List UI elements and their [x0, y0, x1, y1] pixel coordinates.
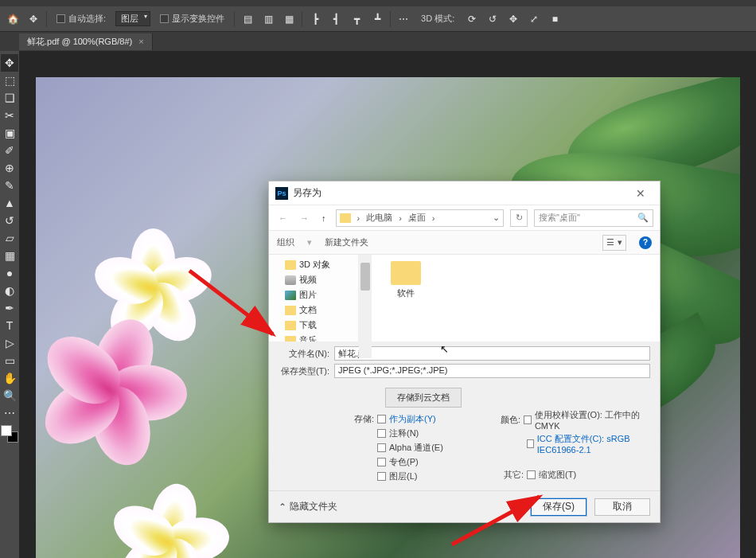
3d-icon[interactable]: ✥	[505, 11, 521, 27]
hand-tool[interactable]: ✋	[1, 369, 18, 387]
file-item[interactable]: 软件	[391, 261, 421, 299]
row-icc: ICC 配置文件(C): sRGB IEC61966-2.1	[527, 433, 650, 455]
filename-input[interactable]: 鲜花.jpg	[334, 346, 650, 361]
dialog-nav: ← → ↑ › 此电脑 › 桌面 › ⌄ ↻ 搜索"桌面" 🔍	[269, 205, 660, 231]
mode-3d-text: 3D 模式:	[421, 13, 454, 25]
brush-tool[interactable]: ✎	[1, 177, 18, 194]
3d-icon[interactable]: ■	[547, 11, 563, 27]
breadcrumb-sep: ›	[357, 213, 360, 223]
help-icon[interactable]: ?	[639, 236, 652, 249]
pen-tool[interactable]: ✒	[1, 299, 18, 317]
separator	[46, 11, 47, 27]
checkbox-icon[interactable]	[524, 416, 532, 424]
icc-checkbox-label[interactable]: ICC 配置文件(C): sRGB IEC61966-2.1	[537, 433, 650, 455]
doc-tab-title: 鲜花.pdf @ 100%(RGB/8#)	[27, 36, 132, 48]
thumbnail-checkbox-label: 缩览图(T)	[539, 469, 576, 481]
nav-forward[interactable]: →	[297, 212, 312, 224]
type-tool[interactable]: T	[1, 317, 18, 334]
blur-tool[interactable]: ●	[1, 264, 18, 282]
zoom-tool[interactable]: 🔍	[1, 387, 18, 404]
checkbox-icon[interactable]	[527, 470, 536, 479]
fg-color-swatch[interactable]	[1, 425, 12, 436]
path-dropdown-icon[interactable]: ⌄	[493, 213, 500, 223]
filename-label: 文件名(N):	[279, 348, 329, 360]
filetype-select[interactable]: JPEG (*.JPG;*.JPEG;*.JPE)	[334, 364, 650, 378]
dialog-toolbar: 组织 ▾ 新建文件夹 ☰ ▾ ?	[269, 231, 660, 255]
move-icon[interactable]: ✥	[25, 11, 41, 27]
auto-select-label: 自动选择:	[68, 13, 106, 25]
document-tab-bar: 鲜花.pdf @ 100%(RGB/8#) ×	[0, 32, 756, 51]
nav-path[interactable]: › 此电脑 › 桌面 › ⌄	[336, 209, 505, 227]
show-transform-checkbox[interactable]: 显示变换控件	[155, 11, 229, 26]
row-alpha: Alpha 通道(E)	[377, 442, 484, 454]
close-icon[interactable]: ×	[138, 37, 143, 46]
svg-line-0	[189, 271, 273, 334]
checkbox-icon[interactable]	[377, 415, 386, 423]
stamp-tool[interactable]: ▲	[1, 194, 18, 212]
distribute-icon[interactable]: ┣	[307, 11, 323, 27]
healing-tool[interactable]: ⊕	[1, 159, 18, 177]
options-left-col: 存储到云文档 存储: 作为副本(Y) 注释(N) Alpha 通道(E) 专色(…	[350, 388, 484, 482]
search-placeholder: 搜索"桌面"	[539, 212, 580, 224]
breadcrumb-part[interactable]: 桌面	[408, 212, 426, 224]
align-icon[interactable]: ▤	[240, 11, 255, 27]
ps-icon: Ps	[275, 187, 288, 200]
path-select-tool[interactable]: ▷	[1, 334, 18, 352]
copy-checkbox-label[interactable]: 作为副本(Y)	[389, 413, 436, 425]
checkbox-icon[interactable]	[377, 443, 386, 452]
eyedropper-tool[interactable]: ✐	[1, 142, 18, 159]
3d-icon[interactable]: ⤢	[526, 11, 542, 27]
cancel-button[interactable]: 取消	[594, 498, 650, 516]
checkbox-icon[interactable]	[377, 458, 386, 466]
breadcrumb-part[interactable]: 此电脑	[366, 212, 392, 224]
folder-icon	[391, 261, 421, 285]
3d-icon[interactable]: ↺	[485, 11, 501, 27]
chevron-icon: ⌃	[279, 501, 286, 513]
edit-toolbar[interactable]: ⋯	[1, 404, 18, 422]
auto-select-checkbox[interactable]: 自动选择:	[52, 11, 111, 26]
search-icon: 🔍	[637, 213, 649, 223]
close-button[interactable]: ✕	[625, 183, 657, 204]
crop-tool[interactable]: ▣	[1, 124, 18, 142]
organize-button[interactable]: 组织	[277, 236, 294, 248]
align-icon[interactable]: ▦	[281, 11, 297, 27]
nav-up[interactable]: ↑	[318, 212, 329, 224]
more-icon[interactable]: ⋯	[396, 11, 411, 27]
eraser-tool[interactable]: ▱	[1, 229, 18, 247]
spot-checkbox-label: 专色(P)	[389, 456, 419, 468]
tree-label: 3D 对象	[299, 259, 330, 271]
file-area[interactable]: 软件 ↖	[358, 255, 660, 341]
color-swatches[interactable]	[1, 425, 18, 443]
save-label: 存储:	[350, 413, 374, 425]
home-icon[interactable]: 🏠	[5, 11, 21, 27]
document-tab[interactable]: 鲜花.pdf @ 100%(RGB/8#) ×	[19, 33, 153, 50]
layer-dropdown[interactable]: 图层	[115, 11, 150, 26]
row-notes: 注释(N)	[377, 427, 484, 439]
align-icon[interactable]: ▥	[260, 11, 276, 27]
hide-folders-toggle[interactable]: ⌃ 隐藏文件夹	[279, 500, 337, 513]
tree-label: 音乐	[299, 334, 317, 341]
shape-tool[interactable]: ▭	[1, 352, 18, 369]
history-brush-tool[interactable]: ↺	[1, 212, 18, 229]
gradient-tool[interactable]: ▦	[1, 247, 18, 264]
dodge-tool[interactable]: ◐	[1, 282, 18, 299]
distribute-icon[interactable]: ┳	[349, 11, 364, 27]
cloud-save-button[interactable]: 存储到云文档	[385, 388, 462, 408]
3d-icon[interactable]: ⟳	[464, 11, 480, 27]
distribute-icon[interactable]: ┫	[328, 11, 344, 27]
lasso-tool[interactable]: ❑	[1, 89, 18, 107]
nav-back[interactable]: ←	[275, 212, 290, 224]
move-tool[interactable]: ✥	[1, 54, 18, 72]
new-folder-button[interactable]: 新建文件夹	[325, 236, 368, 248]
nav-search[interactable]: 搜索"桌面" 🔍	[534, 209, 653, 227]
nav-refresh[interactable]: ↻	[510, 209, 528, 227]
quick-select-tool[interactable]: ✂	[1, 107, 18, 124]
scrollbar[interactable]	[359, 255, 372, 358]
scrollbar-thumb[interactable]	[360, 263, 370, 291]
marquee-tool[interactable]: ⬚	[1, 72, 18, 89]
distribute-icon[interactable]: ┻	[369, 11, 385, 27]
checkbox-icon[interactable]	[527, 439, 534, 448]
view-mode-button[interactable]: ☰ ▾	[602, 235, 626, 251]
checkbox-icon[interactable]	[377, 472, 386, 481]
checkbox-icon[interactable]	[377, 429, 386, 438]
